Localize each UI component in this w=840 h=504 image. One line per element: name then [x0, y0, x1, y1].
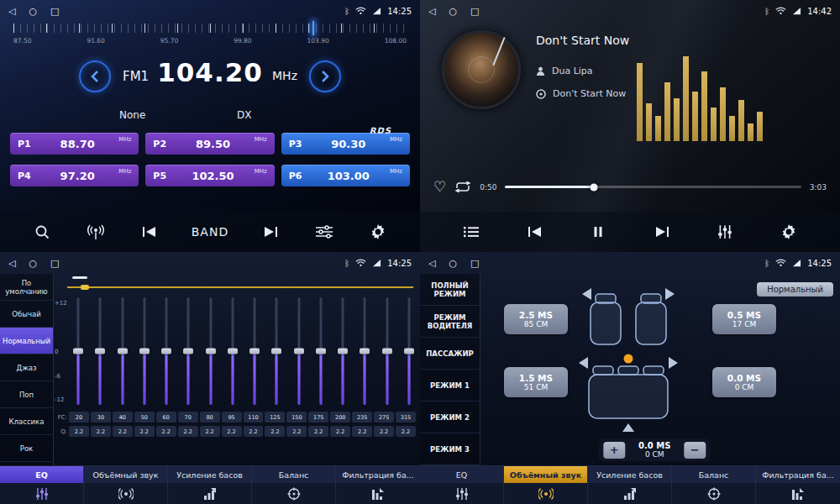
eq-band-slider[interactable]	[139, 296, 150, 407]
delay-front-left-button[interactable]: 2.5 MS 85 CM	[504, 304, 568, 334]
mode-1[interactable]: РЕЖИМ 1	[420, 370, 480, 402]
equalizer-button[interactable]	[713, 224, 737, 239]
next-station-button[interactable]	[259, 226, 282, 238]
band-button[interactable]: BAND	[192, 225, 228, 239]
preset-button-p2[interactable]: P2 89.50 MHz	[145, 133, 274, 155]
eq-band-slider[interactable]	[293, 296, 305, 407]
tab-bass-boost[interactable]: Усиление басов	[168, 466, 252, 504]
delay-front-right-button[interactable]: 0.5 MS 17 CM	[712, 304, 776, 334]
mode-full[interactable]: ПОЛНЫЙ РЕЖИМ	[420, 274, 480, 306]
tab-eq[interactable]: EQ	[0, 466, 84, 504]
eq-preset-default[interactable]: По умолчанию	[0, 274, 53, 301]
car-cabin-diagram[interactable]	[565, 281, 691, 433]
mode-3[interactable]: РЕЖИМ 3	[420, 433, 480, 465]
back-icon[interactable]: ◁	[8, 7, 15, 16]
delay-decrease-button[interactable]: −	[684, 442, 706, 459]
tab-surround[interactable]: Объёмный звук	[84, 466, 168, 504]
recents-icon[interactable]: □	[470, 259, 479, 268]
eq-band-slider[interactable]	[94, 296, 106, 407]
tab-filter[interactable]: Фильтрация ба...	[756, 466, 840, 504]
broadcast-button[interactable]	[84, 224, 108, 240]
eq-band-slider[interactable]	[315, 296, 327, 407]
eq-band-slider[interactable]	[227, 296, 239, 407]
recents-icon[interactable]: □	[50, 7, 59, 16]
home-icon[interactable]: ○	[29, 259, 37, 268]
previous-station-button[interactable]	[138, 226, 161, 238]
tab-bass-boost[interactable]: Усиление басов	[588, 466, 672, 504]
master-level-handle[interactable]	[81, 285, 89, 290]
mode-passenger[interactable]: ПАССАЖИР	[420, 338, 480, 370]
frequency-ruler[interactable]: 87.50 91.60 95.70 99.80 103.90 108.00	[13, 24, 407, 52]
preset-button-p3[interactable]: P3 90.30 MHz	[281, 133, 410, 155]
delay-ms-value: 0.0 MS	[727, 373, 761, 383]
delay-increase-button[interactable]: +	[603, 442, 625, 459]
tab-balance[interactable]: Баланс	[252, 466, 336, 504]
eq-preset-custom[interactable]: Обычай	[0, 301, 53, 328]
eq-preset-classic[interactable]: Классика	[0, 408, 53, 435]
eq-band-slider[interactable]	[270, 296, 282, 407]
playlist-button[interactable]	[459, 226, 483, 238]
ruler-label: 108.00	[385, 37, 407, 45]
repeat-button[interactable]	[454, 181, 471, 193]
back-icon[interactable]: ◁	[8, 259, 15, 268]
tab-surround[interactable]: Объёмный звук	[504, 466, 588, 504]
master-level-slider[interactable]	[67, 286, 413, 288]
tab-filter[interactable]: Фильтрация ба...	[336, 466, 420, 504]
eq-band-slider[interactable]	[337, 296, 349, 407]
progress-thumb[interactable]	[591, 183, 598, 191]
filter-icon	[756, 483, 840, 504]
preset-button-p5[interactable]: P5 102.50 MHz	[145, 165, 274, 186]
eq-preset-rock[interactable]: Рок	[0, 435, 53, 462]
eq-band-slider[interactable]	[249, 296, 260, 407]
home-icon[interactable]: ○	[29, 7, 37, 16]
eq-band-slider[interactable]	[403, 296, 415, 407]
eq-q-value: 2.2	[134, 426, 155, 437]
eq-band-slider[interactable]	[117, 296, 129, 407]
home-icon[interactable]: ○	[449, 7, 457, 16]
eq-band-slider[interactable]	[205, 296, 217, 407]
recents-icon[interactable]: □	[470, 7, 479, 16]
eq-preset-pop[interactable]: Поп	[0, 381, 53, 408]
pause-button[interactable]	[586, 226, 610, 238]
album-icon	[536, 89, 546, 99]
search-button[interactable]	[30, 223, 54, 240]
seek-bar[interactable]	[505, 186, 801, 188]
eq-preset-normal[interactable]: Нормальный	[0, 328, 53, 354]
delay-rear-left-button[interactable]: 1.5 MS 51 CM	[504, 367, 568, 397]
scroll-indicator	[72, 276, 87, 279]
mode-driver[interactable]: РЕЖИМ ВОДИТЕЛЯ	[420, 306, 480, 338]
settings-button[interactable]	[366, 223, 390, 240]
settings-button[interactable]	[777, 223, 801, 240]
eq-band-slider[interactable]	[359, 296, 370, 407]
next-track-button[interactable]	[650, 226, 674, 238]
eq-band-slider[interactable]	[72, 296, 84, 407]
back-icon[interactable]: ◁	[428, 7, 435, 16]
bluetooth-icon: ᛒ	[764, 259, 769, 268]
preset-button-p6[interactable]: P6 103.00 MHz	[281, 165, 410, 186]
preset-button-p4[interactable]: P4 97.20 MHz	[10, 165, 139, 186]
seek-up-button[interactable]	[309, 60, 341, 92]
tuner-settings-button[interactable]	[312, 225, 336, 239]
eq-band-slider[interactable]	[381, 296, 393, 407]
tab-balance[interactable]: Баланс	[672, 466, 756, 504]
recents-icon[interactable]: □	[50, 259, 59, 268]
tab-label: Объёмный звук	[84, 466, 167, 483]
dx-mode[interactable]: DX	[237, 109, 251, 121]
seek-down-button[interactable]	[79, 60, 111, 92]
tuner-sub-row: None DX	[0, 109, 420, 126]
mode-2[interactable]: РЕЖИМ 2	[420, 402, 480, 433]
ruler-label: 99.80	[234, 37, 251, 45]
eq-band-slider[interactable]	[160, 296, 172, 407]
preset-button-p1[interactable]: P1 88.70 MHz	[10, 133, 139, 155]
favorite-button[interactable]: ♡	[433, 180, 446, 194]
tab-eq[interactable]: EQ	[420, 466, 504, 504]
gain-scale-label: +12	[55, 300, 67, 307]
back-icon[interactable]: ◁	[428, 259, 435, 268]
eq-fc-value: 315	[396, 412, 416, 423]
eq-preset-jazz[interactable]: Джаз	[0, 354, 53, 381]
delay-rear-right-button[interactable]: 0.0 MS 0 CM	[712, 367, 776, 397]
eq-band-slider[interactable]	[182, 296, 194, 407]
home-icon[interactable]: ○	[449, 259, 457, 268]
previous-track-button[interactable]	[523, 226, 547, 238]
profile-button[interactable]: Нормальный	[757, 282, 833, 297]
